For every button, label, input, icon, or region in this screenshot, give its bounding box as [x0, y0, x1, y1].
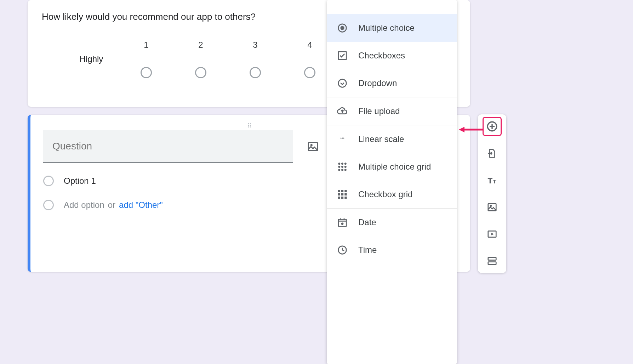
add-title-button[interactable]: TT — [484, 172, 501, 189]
svg-point-12 — [338, 163, 340, 165]
svg-point-13 — [341, 163, 343, 165]
floating-toolbar: TT — [478, 114, 506, 273]
calendar-icon — [337, 217, 348, 228]
scale-number: 4 — [307, 40, 312, 50]
svg-text:T: T — [488, 176, 493, 185]
add-other-link[interactable]: add "Other" — [119, 200, 163, 210]
scale-number: 3 — [253, 40, 257, 50]
radio-icon — [43, 176, 54, 186]
scale-radio-1[interactable] — [141, 67, 152, 78]
dropdown-item-label: Time — [358, 245, 377, 255]
linear-scale-icon — [337, 134, 348, 144]
scale-radio-3[interactable] — [250, 67, 261, 78]
svg-point-18 — [338, 169, 340, 171]
dropdown-item-linear-scale[interactable]: Linear scale — [327, 125, 457, 153]
svg-point-14 — [344, 163, 347, 165]
radio-selected-icon — [337, 23, 348, 33]
scale-radio-4[interactable] — [304, 67, 315, 78]
dropdown-item-label: Date — [358, 217, 376, 227]
add-option-text[interactable]: Add option — [64, 200, 104, 210]
svg-rect-21 — [338, 190, 340, 192]
add-image-button[interactable] — [484, 199, 501, 216]
dropdown-item-checkbox-grid[interactable]: Checkbox grid — [327, 181, 457, 208]
svg-point-17 — [344, 166, 347, 168]
dropdown-item-time[interactable]: Time — [327, 236, 457, 264]
add-video-button[interactable] — [484, 226, 501, 243]
add-image-icon[interactable] — [307, 141, 319, 153]
svg-point-19 — [341, 169, 343, 171]
svg-rect-23 — [344, 190, 347, 192]
radio-icon — [43, 200, 54, 210]
chevron-down-circle-icon — [337, 78, 348, 89]
svg-rect-22 — [341, 190, 343, 192]
svg-text:T: T — [493, 178, 496, 184]
svg-point-10 — [342, 138, 343, 139]
square-grid-icon — [337, 189, 348, 200]
dropdown-item-multiple-choice[interactable]: Multiple choice — [327, 14, 457, 42]
scale-number: 2 — [198, 40, 203, 50]
svg-point-1 — [311, 144, 312, 146]
dropdown-item-file-upload[interactable]: File upload — [327, 97, 457, 125]
svg-point-5 — [340, 26, 344, 30]
svg-rect-28 — [341, 197, 343, 199]
dropdown-item-label: Multiple choice grid — [358, 162, 431, 172]
dropdown-item-label: Checkboxes — [358, 51, 405, 61]
dropdown-item-label: Dropdown — [358, 78, 397, 88]
scale-low-label: Highly — [42, 54, 141, 64]
scale-number: 1 — [144, 40, 148, 50]
dropdown-item-checkboxes[interactable]: Checkboxes — [327, 42, 457, 69]
dropdown-item-mc-grid[interactable]: Multiple choice grid — [327, 153, 457, 181]
question-input[interactable] — [52, 140, 293, 152]
svg-rect-40 — [488, 262, 496, 265]
svg-point-11 — [343, 138, 344, 139]
svg-rect-29 — [344, 197, 347, 199]
dropdown-item-dropdown[interactable]: Dropdown — [327, 69, 457, 97]
svg-point-9 — [341, 138, 342, 139]
svg-rect-27 — [338, 197, 340, 199]
svg-point-16 — [341, 166, 343, 168]
dropdown-item-label: File upload — [358, 106, 400, 116]
dropdown-item-label: Checkbox grid — [358, 189, 412, 199]
svg-rect-26 — [344, 193, 347, 195]
svg-rect-25 — [341, 193, 343, 195]
dropdown-item-label: Multiple choice — [358, 23, 415, 33]
add-section-button[interactable] — [484, 252, 501, 269]
dropdown-item-label: Linear scale — [358, 134, 404, 144]
dot-grid-icon — [337, 161, 348, 172]
svg-point-20 — [344, 169, 347, 171]
or-text: or — [108, 200, 115, 210]
svg-point-15 — [338, 166, 340, 168]
dropdown-item-date[interactable]: Date — [327, 209, 457, 236]
checkbox-icon — [337, 50, 348, 61]
scale-radio-2[interactable] — [195, 67, 206, 78]
svg-point-7 — [338, 79, 347, 87]
question-input-wrap[interactable] — [43, 130, 293, 163]
svg-point-31 — [342, 223, 343, 224]
cloud-upload-icon — [337, 106, 348, 116]
svg-rect-24 — [338, 193, 340, 195]
add-question-button[interactable] — [484, 118, 501, 135]
question-type-dropdown: Multiple choice Checkboxes Dropdown File… — [327, 0, 457, 364]
import-questions-button[interactable] — [484, 145, 501, 162]
option-label: Option 1 — [64, 176, 96, 186]
clock-icon — [337, 245, 348, 255]
svg-point-37 — [490, 205, 491, 206]
svg-rect-39 — [488, 257, 496, 260]
